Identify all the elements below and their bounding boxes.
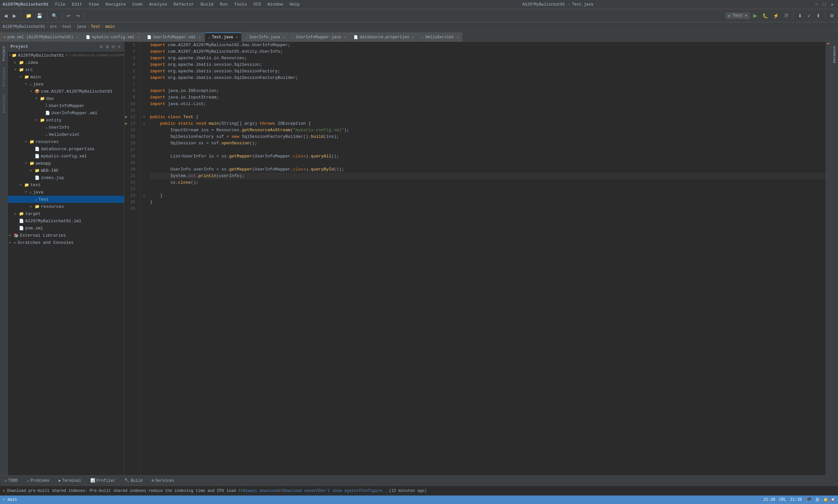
tab-helloservlet[interactable]: ☕ HelloServlet ✕ (418, 32, 462, 41)
tree-item-main[interactable]: ▼ 📁 main (8, 73, 124, 80)
menu-file[interactable]: File (52, 1, 68, 7)
sidebar-gear-btn[interactable]: ⚙ (99, 44, 104, 50)
notification-link-always[interactable]: Always download (243, 489, 278, 493)
tree-item-scratches[interactable]: ▶ ✏️ Scratches and Consoles (8, 239, 124, 246)
tab-userinfo-java[interactable]: ☕ UserInfo.java ✕ (242, 32, 288, 41)
menu-tools[interactable]: Tools (231, 1, 249, 7)
tab-test-java-close[interactable]: ✕ (236, 35, 238, 39)
tree-item-userinfomapper-interface[interactable]: ▶ I UserInfoMapper (8, 102, 124, 109)
tree-item-resources-main[interactable]: ▼ 📁 resources (8, 138, 124, 145)
tree-item-webinf[interactable]: ▶ 📁 WEB-INF (8, 167, 124, 174)
tree-item-iml[interactable]: ▶ 📄 A1207MyBalischat01.iml (8, 217, 124, 224)
back-button[interactable]: ◀ (2, 12, 10, 20)
tab-helloservlet-close[interactable]: ✕ (457, 35, 459, 39)
forward-button[interactable]: ▶ (11, 12, 18, 20)
tab-mybatis[interactable]: 📄 mybatis-config.xml ✕ (82, 32, 143, 41)
structure-panel-icon[interactable]: Structure (1, 66, 6, 88)
scrollbar-gutter[interactable] (825, 42, 830, 475)
bottom-tab-build[interactable]: 🔨 Build (122, 477, 144, 484)
tree-item-helloservlet-class[interactable]: ▶ ☕ HelloServlet (8, 131, 124, 138)
tab-userinfomapper-java[interactable]: ☕ UserInfoMapper.java ✕ (289, 32, 349, 41)
notification-link-configure[interactable]: Configure... (361, 489, 389, 493)
tree-item-dao[interactable]: ▼ 📁 dao (8, 95, 124, 102)
debug-button[interactable]: 🐛 (761, 12, 770, 20)
tree-item-entity[interactable]: ▼ 📁 entity (8, 116, 124, 124)
tab-pom[interactable]: m pom.xml (A1207MyBalischat01) ✕ (0, 32, 82, 41)
menu-help[interactable]: Help (287, 1, 302, 7)
menu-vcs[interactable]: VCS (251, 1, 264, 7)
notification-link-noshow[interactable]: Don't show again (318, 489, 356, 493)
tree-item-pom[interactable]: ▶ 📄 pom.xml (8, 224, 124, 232)
search-button[interactable]: 🔍 (50, 12, 59, 20)
breadcrumb-java[interactable]: java (76, 24, 86, 29)
notification-link-once[interactable]: Download once (283, 489, 314, 493)
save-button[interactable]: 💾 (35, 12, 44, 20)
bottom-tab-problems[interactable]: ⚠ Problems (25, 477, 51, 484)
minimize-btn[interactable]: ─ (814, 2, 820, 7)
tree-item-test-java-folder[interactable]: ▼ ☕ java (8, 188, 124, 196)
tree-item-external-libs[interactable]: ▶ 📚 External Libraries (8, 232, 124, 239)
tree-item-userinfomapper-xml-file[interactable]: ▶ 📄 UserInfoMapper.xml (8, 109, 124, 116)
bottom-tab-terminal[interactable]: ▶ Terminal (57, 477, 83, 484)
tab-mybatis-close[interactable]: ✕ (138, 35, 140, 39)
tab-pom-close[interactable]: ✕ (76, 35, 78, 39)
vcs-push-button[interactable]: ⬆ (815, 12, 822, 20)
settings-button[interactable]: ⚙ (828, 12, 836, 20)
tree-item-datasource-props[interactable]: ▶ 📄 dataSource.properties (8, 145, 124, 152)
coverage-button[interactable]: ⚡ (771, 12, 781, 20)
menu-code[interactable]: Code (130, 1, 145, 7)
close-btn[interactable]: ✕ (829, 2, 835, 7)
vcs-update-button[interactable]: ⬇ (796, 12, 804, 20)
tree-item-src[interactable]: ▼ 📁 src (8, 66, 124, 73)
tree-item-test-class[interactable]: ▶ ☕ Test (8, 196, 124, 203)
tab-datasource-close[interactable]: ✕ (412, 35, 414, 39)
tree-item-idea[interactable]: ▶ 📁 .idea (8, 59, 124, 66)
bottom-tab-todo[interactable]: ☑ TODO (3, 477, 20, 484)
sidebar-expand-btn[interactable]: ⊞ (105, 44, 110, 50)
tree-item-java-src[interactable]: ▼ ☕ java (8, 80, 124, 88)
tree-item-index-jsp[interactable]: ▶ 📄 index.jsp (8, 174, 124, 181)
run-config-selector[interactable]: ▶ Test ▾ (725, 13, 750, 19)
redo-button[interactable]: ↪ (74, 12, 82, 20)
breadcrumb-src[interactable]: src (50, 24, 57, 29)
favorites-panel-icon[interactable]: Favorites (1, 92, 6, 114)
code-content[interactable]: import com.A1207.A1207MyBalischat01.dao.… (147, 42, 825, 475)
tab-userinfomapper-java-close[interactable]: ✕ (344, 35, 346, 39)
breadcrumb-test-class[interactable]: Test (91, 24, 101, 29)
menu-window[interactable]: Window (265, 1, 286, 7)
sidebar-collapse-btn[interactable]: ⊟ (111, 44, 115, 50)
tab-userinfomapper-xml-close[interactable]: ✕ (199, 35, 201, 39)
tab-test-java[interactable]: ☕ Test.java ✕ (204, 32, 242, 41)
tree-item-webapp[interactable]: ▼ 📁 webapp (8, 160, 124, 167)
tab-userinfo-java-close[interactable]: ✕ (283, 35, 285, 39)
breadcrumb-project[interactable]: A1207MyBalischat01 (3, 24, 45, 29)
bottom-tab-profiler[interactable]: 📊 Profiler (88, 477, 118, 484)
menu-refactor[interactable]: Refactor (171, 1, 196, 7)
breadcrumb-main[interactable]: main (105, 24, 115, 29)
database-panel-icon[interactable]: Database (832, 44, 837, 65)
tree-item-test-folder[interactable]: ▼ 📁 test (8, 181, 124, 188)
run-button[interactable]: ▶ (751, 11, 759, 20)
menu-analyze[interactable]: Analyze (147, 1, 170, 7)
tree-item-com-pkg[interactable]: ▼ 📦 com.A1207.A1207MyBalischat01 (8, 88, 124, 95)
menu-edit[interactable]: Edit (69, 1, 85, 7)
restore-btn[interactable]: □ (821, 2, 827, 7)
tab-userinfomapper-xml[interactable]: 📄 UserInfoMapper.xml ✕ (143, 32, 204, 41)
undo-button[interactable]: ↩ (65, 12, 73, 20)
breadcrumb-test[interactable]: test (62, 24, 72, 29)
project-panel-icon[interactable]: Project (1, 44, 6, 62)
menu-build[interactable]: Build (198, 1, 216, 7)
sidebar-close-btn[interactable]: ✕ (117, 44, 122, 50)
tree-item-target[interactable]: ▶ 📁 target (8, 210, 124, 217)
tree-item-userinfo-class[interactable]: ▶ ☕ UserInfo (8, 124, 124, 131)
menu-navigate[interactable]: Navigate (103, 1, 128, 7)
tree-item-mybatis-xml[interactable]: ▶ 📄 mybatis-config.xml (8, 152, 124, 160)
profile-run-button[interactable]: ⏱ (782, 12, 790, 20)
bottom-tab-services[interactable]: ⚙ Services (149, 477, 176, 484)
vcs-commit-button[interactable]: ✓ (805, 12, 813, 20)
tree-item-resources-test[interactable]: ▶ 📁 resources (8, 203, 124, 210)
open-file-button[interactable]: 📁 (24, 12, 33, 20)
menu-view[interactable]: View (86, 1, 102, 7)
tree-item-project-root[interactable]: ▼ 📁 A1207MyBalischat01 D:\JavaEnterprise… (8, 52, 124, 59)
menu-run[interactable]: Run (217, 1, 230, 7)
